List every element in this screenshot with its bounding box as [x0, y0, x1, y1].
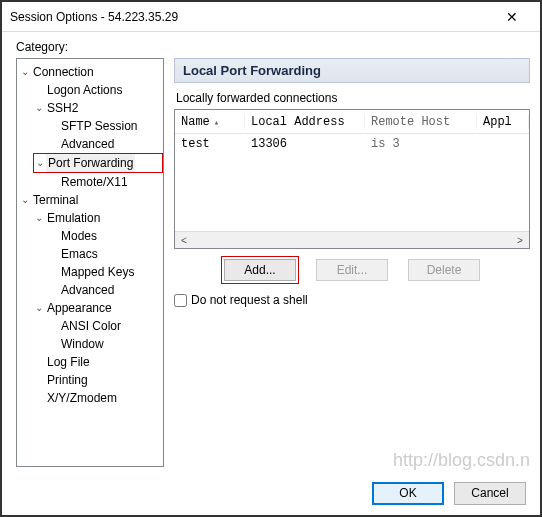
tree-item-advanced[interactable]: Advanced — [47, 135, 163, 153]
category-label: Category: — [16, 40, 530, 54]
tree-item-window[interactable]: Window — [47, 335, 163, 353]
connections-list[interactable]: Name▴ Local Address Remote Host Appl tes… — [174, 109, 530, 249]
column-label: Local Address — [251, 115, 345, 129]
chevron-down-icon: ⌄ — [33, 299, 45, 317]
column-remote-host[interactable]: Remote Host — [365, 115, 477, 129]
tree-label: Modes — [59, 227, 99, 245]
panel-header: Local Port Forwarding — [174, 58, 530, 83]
tree-label: Mapped Keys — [59, 263, 136, 281]
button-label: Edit... — [337, 263, 368, 277]
title-bar: Session Options - 54.223.35.29 ✕ — [2, 2, 540, 32]
tree-label: Printing — [45, 371, 90, 389]
tree-label: Logon Actions — [45, 81, 124, 99]
cell-remote: is 3 — [365, 137, 477, 151]
tree-item-log-file[interactable]: Log File — [33, 353, 163, 371]
tree-item-logon-actions[interactable]: Logon Actions — [33, 81, 163, 99]
tree-label: ANSI Color — [59, 317, 123, 335]
tree-label: Log File — [45, 353, 92, 371]
chevron-down-icon: ⌄ — [33, 209, 45, 227]
horizontal-scrollbar[interactable]: < > — [175, 231, 529, 248]
checkbox-label: Do not request a shell — [191, 293, 308, 307]
tree-item-emacs[interactable]: Emacs — [47, 245, 163, 263]
tree-label: Port Forwarding — [46, 154, 135, 172]
delete-button: Delete — [408, 259, 480, 281]
sort-asc-icon: ▴ — [214, 118, 219, 128]
cell-local: 13306 — [245, 137, 365, 151]
tree-label: Emulation — [45, 209, 102, 227]
list-header: Name▴ Local Address Remote Host Appl — [175, 110, 529, 134]
tree-label: Emacs — [59, 245, 100, 263]
category-tree[interactable]: ⌄Connection Logon Actions ⌄SSH2 SFTP Ses… — [16, 58, 164, 467]
edit-button: Edit... — [316, 259, 388, 281]
tree-label: Connection — [31, 63, 96, 81]
close-icon: ✕ — [506, 9, 518, 25]
close-button[interactable]: ✕ — [492, 3, 532, 31]
tree-label: X/Y/Zmodem — [45, 389, 119, 407]
dialog-content: Category: ⌄Connection Logon Actions ⌄SSH… — [2, 32, 540, 471]
button-label: OK — [399, 486, 416, 500]
button-row: Add... Edit... Delete — [174, 259, 530, 281]
tree-item-remote-x11[interactable]: Remote/X11 — [47, 173, 163, 191]
tree-item-sftp-session[interactable]: SFTP Session — [47, 117, 163, 135]
column-application[interactable]: Appl — [477, 115, 529, 129]
table-row[interactable]: test 13306 is 3 — [175, 134, 529, 154]
column-label: Name — [181, 115, 210, 129]
chevron-down-icon: ⌄ — [19, 191, 31, 209]
scroll-right-icon[interactable]: > — [513, 235, 527, 246]
column-label: Remote Host — [371, 115, 450, 129]
column-label: Appl — [483, 115, 512, 129]
tree-item-printing[interactable]: Printing — [33, 371, 163, 389]
tree-label: Advanced — [59, 281, 116, 299]
tree-item-xyzmodem[interactable]: X/Y/Zmodem — [33, 389, 163, 407]
tree-item-ansi-color[interactable]: ANSI Color — [47, 317, 163, 335]
tree-label: Window — [59, 335, 106, 353]
dialog-footer: OK Cancel — [2, 471, 540, 515]
settings-panel: Local Port Forwarding Locally forwarded … — [174, 58, 530, 467]
button-label: Cancel — [471, 486, 508, 500]
tree-label: Advanced — [59, 135, 116, 153]
tree-item-mapped-keys[interactable]: Mapped Keys — [47, 263, 163, 281]
button-label: Add... — [244, 263, 275, 277]
window-title: Session Options - 54.223.35.29 — [10, 10, 492, 24]
tree-item-appearance[interactable]: ⌄Appearance — [33, 299, 163, 317]
tree-label: Remote/X11 — [59, 173, 130, 191]
group-label: Locally forwarded connections — [176, 91, 530, 105]
tree-item-connection[interactable]: ⌄Connection — [19, 63, 163, 81]
column-local-address[interactable]: Local Address — [245, 115, 365, 129]
chevron-down-icon: ⌄ — [34, 154, 46, 172]
column-name[interactable]: Name▴ — [175, 115, 245, 129]
tree-label: Appearance — [45, 299, 114, 317]
tree-label: Terminal — [31, 191, 80, 209]
tree-label: SFTP Session — [59, 117, 139, 135]
tree-item-terminal[interactable]: ⌄Terminal — [19, 191, 163, 209]
chevron-down-icon: ⌄ — [19, 63, 31, 81]
tree-item-advanced-2[interactable]: Advanced — [47, 281, 163, 299]
button-label: Delete — [427, 263, 462, 277]
tree-item-port-forwarding[interactable]: ⌄Port Forwarding — [33, 153, 163, 173]
list-body: test 13306 is 3 — [175, 134, 529, 154]
tree-label: SSH2 — [45, 99, 80, 117]
no-shell-checkbox-row[interactable]: Do not request a shell — [174, 293, 530, 307]
chevron-down-icon: ⌄ — [33, 99, 45, 117]
scroll-left-icon[interactable]: < — [177, 235, 191, 246]
cancel-button[interactable]: Cancel — [454, 482, 526, 505]
cell-name: test — [175, 137, 245, 151]
add-button[interactable]: Add... — [224, 259, 296, 281]
tree-item-emulation[interactable]: ⌄Emulation — [33, 209, 163, 227]
ok-button[interactable]: OK — [372, 482, 444, 505]
tree-item-modes[interactable]: Modes — [47, 227, 163, 245]
tree-item-ssh2[interactable]: ⌄SSH2 — [33, 99, 163, 117]
no-shell-checkbox[interactable] — [174, 294, 187, 307]
